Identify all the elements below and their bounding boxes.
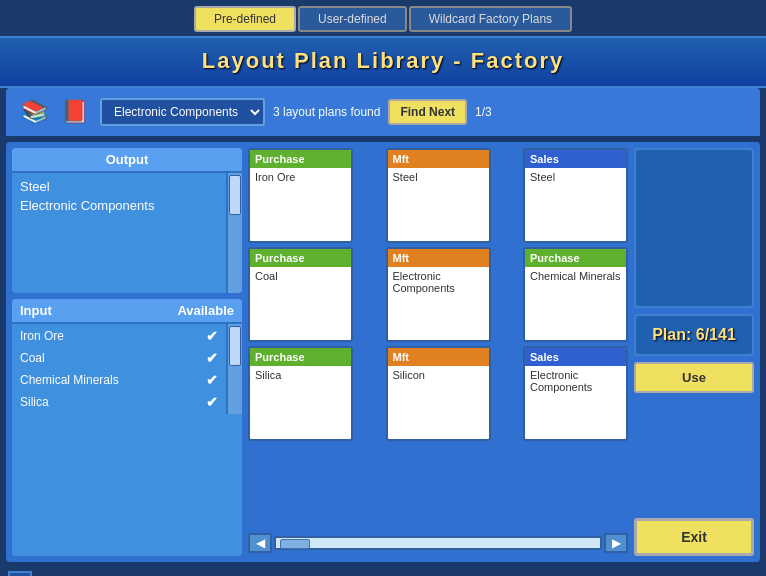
scroll-right-btn[interactable]: ▶ [604,533,628,553]
card-header-1-3: Sales [525,150,626,168]
page-title: Layout Plan Library - Factory [0,36,766,88]
card-header-2-3: Purchase [525,249,626,267]
input-item-silica: Silica ✔ [20,394,218,410]
layout-count: 3 layout plans found [273,105,380,119]
card-body-1-3: Steel [525,168,626,241]
card-purchase-coal[interactable]: Purchase Coal [248,247,353,342]
exit-button[interactable]: Exit [634,518,754,556]
input-item-chemical: Chemical Minerals ✔ [20,372,218,388]
use-button[interactable]: Use [634,362,754,393]
card-mft-steel[interactable]: Mft Steel [386,148,491,243]
card-body-3-2: Silicon [388,366,489,439]
output-scroll-thumb[interactable] [229,175,241,215]
scroll-left-btn[interactable]: ◀ [248,533,272,553]
plan-preview [634,148,754,308]
output-item-electronic[interactable]: Electronic Components [20,198,218,213]
input-scrollbar[interactable] [226,324,242,414]
card-header-2-1: Purchase [250,249,351,267]
book-icons-group: 📚 📕 [16,94,92,130]
input-coal-check: ✔ [206,350,218,366]
input-list: Iron Ore ✔ Coal ✔ Chemical Minerals ✔ Si… [12,324,242,414]
bottom-bar: ⊞ [0,566,766,576]
horizontal-scrollbar[interactable]: ◀ ▶ [248,530,628,556]
left-panel: Output Steel Electronic Components Input… [12,148,242,556]
corner-icon[interactable]: ⊞ [8,571,32,576]
card-purchase-silica[interactable]: Purchase Silica [248,346,353,441]
page-number: 1/3 [475,105,492,119]
grid-area: Purchase Iron Ore Mft Steel Sales Steel … [248,148,628,556]
scroll-track[interactable] [274,536,602,550]
input-header: Input Available [12,299,242,324]
grid-row-1: Purchase Iron Ore Mft Steel Sales Steel [248,148,628,243]
input-iron-ore-label: Iron Ore [20,329,64,343]
input-chemical-label: Chemical Minerals [20,373,119,387]
tab-wildcard[interactable]: Wildcard Factory Plans [409,6,572,32]
tab-bar: Pre-defined User-defined Wildcard Factor… [0,0,766,36]
card-header-1-1: Purchase [250,150,351,168]
input-panel: Input Available Iron Ore ✔ Coal ✔ Chemic… [12,299,242,556]
card-mft-silicon[interactable]: Mft Silicon [386,346,491,441]
scroll-thumb[interactable] [280,539,310,549]
search-row: 📚 📕 Electronic Components Steel Silicon … [6,88,760,136]
card-sales-steel[interactable]: Sales Steel [523,148,628,243]
input-coal-label: Coal [20,351,45,365]
output-header: Output [12,148,242,173]
card-sales-electronic[interactable]: Sales Electronic Components [523,346,628,441]
card-header-3-3: Sales [525,348,626,366]
input-item-coal: Coal ✔ [20,350,218,366]
card-header-3-1: Purchase [250,348,351,366]
card-body-2-1: Coal [250,267,351,340]
all-books-icon[interactable]: 📚 [16,94,52,130]
main-area: Output Steel Electronic Components Input… [6,142,760,562]
card-mft-electronic[interactable]: Mft Electronic Components [386,247,491,342]
grid-row-3: Purchase Silica Mft Silicon Sales Electr… [248,346,628,441]
input-scroll-thumb[interactable] [229,326,241,366]
card-purchase-chemical[interactable]: Purchase Chemical Minerals [523,247,628,342]
tab-userdefined[interactable]: User-defined [298,6,407,32]
output-scrollbar[interactable] [226,173,242,293]
card-header-1-2: Mft [388,150,489,168]
input-items: Iron Ore ✔ Coal ✔ Chemical Minerals ✔ Si… [12,324,226,414]
card-body-2-2: Electronic Components [388,267,489,340]
single-book-icon[interactable]: 📕 [56,94,92,130]
grid-rows: Purchase Iron Ore Mft Steel Sales Steel … [248,148,628,526]
input-chemical-check: ✔ [206,372,218,388]
input-item-iron-ore: Iron Ore ✔ [20,328,218,344]
input-silica-check: ✔ [206,394,218,410]
card-body-1-1: Iron Ore [250,168,351,241]
card-body-1-2: Steel [388,168,489,241]
input-iron-ore-check: ✔ [206,328,218,344]
card-purchase-iron-ore[interactable]: Purchase Iron Ore [248,148,353,243]
input-silica-label: Silica [20,395,49,409]
input-label: Input [20,303,52,318]
right-panel: Plan: 6/141 Use Exit [634,148,754,556]
category-dropdown[interactable]: Electronic Components Steel Silicon [100,98,265,126]
tab-predefined[interactable]: Pre-defined [194,6,296,32]
output-items: Steel Electronic Components [12,173,226,293]
output-panel: Output Steel Electronic Components [12,148,242,293]
card-body-2-3: Chemical Minerals [525,267,626,340]
grid-row-2: Purchase Coal Mft Electronic Components … [248,247,628,342]
card-body-3-1: Silica [250,366,351,439]
plan-label: Plan: 6/141 [634,314,754,356]
card-body-3-3: Electronic Components [525,366,626,439]
card-header-3-2: Mft [388,348,489,366]
output-list: Steel Electronic Components [12,173,242,293]
find-next-button[interactable]: Find Next [388,99,467,125]
available-label: Available [177,303,234,318]
output-item-steel[interactable]: Steel [20,179,218,194]
card-header-2-2: Mft [388,249,489,267]
